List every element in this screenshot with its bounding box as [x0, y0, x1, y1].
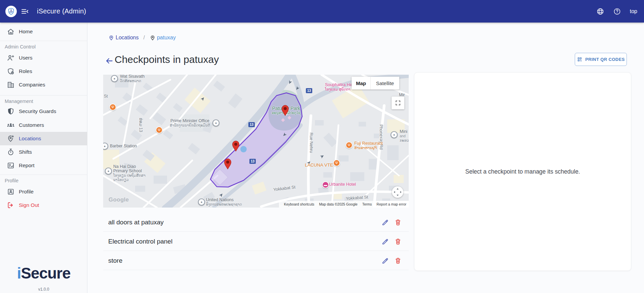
checkpoint-name: store — [108, 251, 122, 270]
sidebar-section-admin-control: Admin Control — [5, 44, 36, 50]
sidebar-item-roles[interactable]: Roles — [0, 65, 87, 78]
checkpoint-marker[interactable] — [223, 157, 232, 170]
urbanite-hotel-poi-icon[interactable]: ▬ — [322, 181, 329, 188]
map-label-lacuna-vte: LACUNA VTE — [305, 163, 333, 167]
sidebar-item-locations[interactable]: Locations — [0, 132, 87, 145]
edit-pencil-icon[interactable] — [381, 257, 389, 265]
brand-rest: Secure — [21, 264, 70, 282]
edit-pencil-icon[interactable] — [381, 237, 389, 246]
shield-person-icon — [7, 67, 15, 75]
sidebar-item-home[interactable]: Home — [0, 25, 87, 38]
school-poi-icon[interactable]: ● — [105, 168, 112, 175]
timer-icon — [7, 148, 15, 156]
united-nations-poi-icon[interactable]: ● — [198, 198, 205, 206]
keyboard-shortcuts-link[interactable]: Keyboard shortcuts — [282, 202, 317, 206]
schedule-panel: Select a checkpoint to manage its schedu… — [414, 72, 631, 271]
sidebar-item-shifts[interactable]: Shifts — [0, 145, 87, 159]
sidebar-item-label: Users — [19, 51, 32, 65]
brand-i: i — [17, 264, 21, 282]
app-version: v1.0.0 — [0, 287, 87, 292]
map-label-mini-and: Miniandກະຮວ — [400, 130, 409, 143]
sidebar-divider — [0, 175, 87, 175]
sidebar-item-label: Home — [19, 25, 33, 38]
schedule-empty-message: Select a checkpoint to manage its schedu… — [465, 168, 580, 175]
delete-trash-icon[interactable] — [394, 237, 402, 246]
google-watermark: Google — [109, 196, 129, 203]
logout-icon — [7, 201, 15, 209]
map-label-wat-sisavath: Wat Sisavathວັດສີສະຫວາດ — [120, 75, 145, 83]
sidebar-item-profile[interactable]: Profile — [0, 185, 87, 198]
sidebar-item-label: Customers — [19, 118, 44, 132]
globe-icon[interactable] — [596, 7, 604, 15]
pin-icon — [150, 35, 156, 41]
map-label-na-hai-diao: Na Hai DiaoPrimary Schoolໂຮງຮຽນ ປະຖົມສຶກ… — [113, 164, 146, 182]
temple-poi-icon[interactable]: ● — [111, 75, 118, 82]
sidebar-item-companies[interactable]: Companies — [0, 78, 87, 91]
map-label-hom-13: ຮ່ອມ 13 — [138, 118, 143, 132]
pan-control[interactable] — [392, 186, 403, 198]
sidebar-item-label: Profile — [19, 185, 34, 198]
sidebar-item-customers[interactable]: Customers — [0, 118, 87, 132]
map-label-barber-station: Barber Station — [110, 144, 137, 148]
route-13-badge: 13 — [249, 159, 256, 164]
map-attribution: Keyboard shortcuts Map data ©2025 Google… — [279, 201, 409, 208]
main-content: Locations / patuxay Checkpoints in patux… — [87, 23, 644, 293]
sidebar-item-users[interactable]: Users — [0, 51, 87, 65]
top-navbar: iSecure (Admin) top — [0, 0, 644, 23]
report-map-error-link[interactable]: Report a map error — [374, 201, 409, 208]
shield-logo-icon — [7, 7, 15, 15]
breadcrumb-separator: / — [144, 35, 145, 41]
map-label-prime-minister-office: Prime Minister Officeສຳນັກງານນາຍົກລັດຖະມ… — [166, 119, 213, 127]
map-label-united-nations: United Nationsອົງການສະຫະປະຊາຊາດ — [206, 198, 242, 207]
sidebar-item-label: Roles — [19, 65, 32, 78]
edit-pencil-icon[interactable] — [381, 218, 389, 226]
fuji-restaurant-poi-icon[interactable]: Ψ — [346, 142, 353, 149]
map-label-fuji-restaurant: Fuji Restaurantຮ້ານອາຫານຟູຈິ — [354, 141, 383, 150]
map-canvas[interactable]: ● Ψ Ψ ● Ψ Ψ ▬ ● ● ● ● 13 13 13 Wat Sisav… — [103, 75, 409, 208]
page-title: Checkpoints in patuxay — [115, 54, 219, 65]
map-data-text: Map data ©2025 Google — [317, 202, 360, 206]
navbar-actions: top — [596, 0, 637, 23]
checkpoint-marker[interactable] — [281, 104, 290, 116]
person-add-icon — [7, 54, 15, 62]
checkpoint-row[interactable]: store — [103, 251, 409, 270]
delete-trash-icon[interactable] — [394, 218, 402, 226]
checkpoint-row[interactable]: Electrical control panel — [103, 232, 409, 251]
sidebar-section-management: Management — [5, 99, 33, 105]
menu-open-icon[interactable] — [21, 7, 29, 15]
qr-code-icon — [577, 57, 582, 62]
help-icon[interactable] — [613, 7, 621, 15]
pan-arrows-icon — [392, 186, 403, 198]
delete-trash-icon[interactable] — [394, 257, 402, 265]
government-poi-icon[interactable]: ● — [212, 119, 219, 126]
checkpoint-name: all doors at patuxay — [108, 213, 164, 232]
map-label-st: St — [104, 94, 108, 99]
sidebar-item-sign-out[interactable]: Sign Out — [0, 198, 87, 212]
fullscreen-button[interactable] — [392, 97, 404, 109]
mini-hotel-poi-icon[interactable]: ● — [391, 131, 398, 138]
checkpoint-marker[interactable] — [231, 140, 240, 152]
back-arrow-icon[interactable] — [105, 57, 114, 65]
breadcrumb-patuxay[interactable]: patuxay — [150, 35, 176, 41]
restaurant-poi-icon[interactable]: Ψ — [109, 104, 116, 111]
sidebar-section-profile: Profile — [5, 178, 18, 184]
satellite-view-button[interactable]: Satellite — [371, 77, 399, 89]
sidebar-divider — [0, 41, 87, 41]
sidebar-item-label: Security Guards — [19, 105, 56, 118]
map-label-rue-nehru: Rue Nehru — [309, 133, 313, 153]
lacuna-poi-icon[interactable]: Ψ — [333, 159, 340, 167]
breadcrumb-locations[interactable]: Locations — [108, 35, 139, 41]
sidebar-item-report[interactable]: Report — [0, 159, 87, 172]
map-view-button[interactable]: Map — [352, 77, 371, 89]
restaurant-poi-icon[interactable]: Ψ — [156, 126, 163, 134]
checkpoint-row[interactable]: all doors at patuxay — [103, 213, 409, 232]
map-type-control: Map Satellite — [352, 77, 399, 89]
route-13-badge: 13 — [306, 88, 312, 93]
profile-badge-icon — [7, 188, 15, 196]
terms-link[interactable]: Terms — [360, 202, 374, 206]
top-link[interactable]: top — [630, 8, 637, 14]
sidebar-item-security-guards[interactable]: Security Guards — [0, 105, 87, 118]
print-qr-codes-button[interactable]: PRINT QR CODES — [575, 53, 627, 66]
building-icon — [7, 81, 15, 89]
sidebar-item-label: Sign Out — [19, 198, 39, 212]
